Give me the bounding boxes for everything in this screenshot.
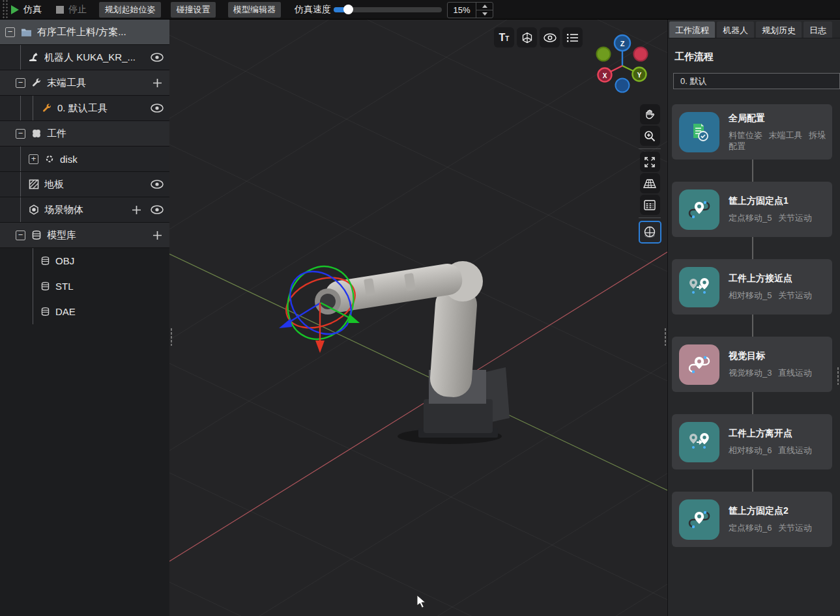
ground-grid-button[interactable]: [640, 173, 660, 193]
model-file-icon: [40, 281, 50, 291]
left-splitter-handle[interactable]: [170, 328, 173, 346]
model-file-icon: [40, 256, 50, 266]
workflow-select[interactable]: 0. 默认: [673, 73, 840, 89]
tab-log[interactable]: 日志: [804, 21, 832, 38]
orbit-view-button[interactable]: [639, 221, 661, 244]
tree-item-label: disk: [60, 154, 78, 165]
tree-item-robot[interactable]: 机器人 KUKA_KR_...: [0, 45, 169, 70]
expand-icon: [644, 156, 656, 168]
tree-guide: [20, 172, 21, 197]
fit-view-button[interactable]: [640, 152, 660, 172]
axis-z-handle[interactable]: Z: [615, 35, 630, 51]
tab-robot[interactable]: 机器人: [717, 21, 754, 38]
model-library-icon: [31, 230, 42, 240]
tree-guide: [20, 45, 21, 70]
svg-text:Z: Z: [620, 40, 625, 48]
slider-thumb[interactable]: [343, 5, 353, 14]
list-icon: [567, 33, 579, 42]
card-subtitle: 定点移动_5 关节运动: [729, 212, 812, 223]
collision-settings-button[interactable]: 碰撞设置: [171, 2, 216, 18]
flow-connector: [752, 237, 753, 259]
visibility-eye-icon[interactable]: [149, 205, 166, 214]
visibility-eye-icon[interactable]: [149, 53, 166, 62]
card-title: 视觉目标: [729, 350, 812, 362]
add-scene-object-button[interactable]: [128, 205, 145, 215]
tree-item-default-tool[interactable]: 0. 默认工具: [0, 96, 169, 121]
add-tool-button[interactable]: [149, 78, 166, 88]
tree-guide: [20, 197, 21, 222]
global-config-icon: [679, 112, 719, 152]
tree-item-project[interactable]: − 有序工件上料/方案...: [0, 20, 169, 45]
spinner-decrement-button[interactable]: [476, 10, 493, 18]
tree-item-end-tools[interactable]: − 末端工具: [0, 70, 169, 96]
workflow-card-approach-point[interactable]: 工件上方接近点 相对移动_5 关节运动: [672, 259, 832, 315]
viewport-3d[interactable]: TT Z: [169, 20, 667, 616]
spinner-increment-button[interactable]: [476, 3, 493, 10]
text-display-button[interactable]: TT: [494, 27, 514, 48]
tree-guide: [33, 248, 33, 273]
add-model-button[interactable]: [149, 231, 166, 240]
visibility-eye-icon[interactable]: [149, 104, 166, 113]
flow-connector: [752, 392, 753, 414]
cube-icon: [521, 32, 533, 44]
tree-item-model-library[interactable]: − 模型库: [0, 223, 169, 248]
sim-speed-value[interactable]: 15%: [448, 3, 476, 18]
sim-speed-label: 仿真速度: [295, 0, 331, 20]
toolbar-drag-handle[interactable]: [1, 0, 8, 20]
layers-list-button[interactable]: [640, 195, 660, 215]
tree-item-scene-objects[interactable]: 场景物体: [0, 197, 169, 223]
scene-tree-sidebar: − 有序工件上料/方案... 机器人 KUKA_KR_... − 末: [0, 20, 169, 616]
model-display-button[interactable]: [517, 27, 537, 48]
stop-simulation-button[interactable]: 停止: [56, 0, 87, 20]
workflow-card-depart-point[interactable]: 工件上方离开点 相对移动_6 直线运动: [672, 414, 832, 469]
collapse-icon[interactable]: −: [5, 27, 15, 37]
model-editor-button[interactable]: 模型编辑器: [228, 2, 281, 18]
hand-icon: [644, 109, 656, 120]
tree-item-stl[interactable]: STL: [0, 273, 169, 299]
panel-resize-handle[interactable]: [837, 367, 839, 385]
collapse-icon[interactable]: −: [16, 231, 25, 240]
workflow-panel: 工作流程 机器人 规划历史 日志 工作流程 0. 默认 全局配置 料筐位姿 末端…: [667, 20, 840, 616]
pan-tool-button[interactable]: [640, 104, 660, 124]
workflow-card-global-config[interactable]: 全局配置 料筐位姿 末端工具 拆垛配置: [672, 104, 832, 160]
axis-neg-y-handle[interactable]: [597, 48, 611, 61]
tab-workflow[interactable]: 工作流程: [669, 21, 715, 38]
tree-item-label: 0. 默认工具: [57, 102, 108, 115]
expand-icon[interactable]: +: [29, 154, 38, 164]
tree-item-dae[interactable]: DAE: [0, 299, 169, 324]
right-splitter-handle[interactable]: [664, 328, 667, 346]
robot-icon: [29, 52, 39, 63]
tree-item-workpieces[interactable]: − 工件: [0, 121, 169, 147]
workflow-card-fixed-point-1[interactable]: 筐上方固定点1 定点移动_5 关节运动: [672, 182, 832, 237]
tree-item-label: 有序工件上料/方案...: [37, 26, 126, 38]
axis-y-handle[interactable]: Y: [633, 68, 646, 81]
workflow-card-fixed-point-2[interactable]: 筐上方固定点2 定点移动_6 关节运动: [672, 492, 832, 547]
visibility-button[interactable]: [540, 27, 560, 48]
tree-item-disk[interactable]: + disk: [0, 147, 169, 172]
orientation-gizmo[interactable]: Z X Y: [587, 31, 658, 99]
card-subtitle: 相对移动_6 直线运动: [729, 445, 812, 456]
tree-guide: [20, 147, 21, 171]
run-simulation-button[interactable]: 仿真: [11, 0, 42, 20]
card-title: 筐上方固定点1: [729, 195, 812, 207]
visibility-eye-icon[interactable]: [149, 180, 166, 189]
svg-text:Y: Y: [637, 72, 642, 79]
workflow-card-vision-target[interactable]: 视觉目标 视觉移动_3 直线运动: [672, 337, 832, 392]
sim-speed-slider[interactable]: [334, 7, 442, 12]
zoom-tool-button[interactable]: [640, 126, 660, 146]
relative-move-icon: [679, 422, 719, 462]
tree-item-floor[interactable]: 地板: [0, 172, 169, 197]
list-view-button[interactable]: [562, 27, 583, 48]
collapse-icon[interactable]: −: [16, 78, 25, 88]
tool-wrench-icon: [42, 103, 52, 113]
tree-item-label: 机器人 KUKA_KR_...: [44, 51, 136, 64]
tab-plan-history[interactable]: 规划历史: [756, 21, 802, 38]
tree-item-obj[interactable]: OBJ: [0, 248, 169, 273]
collapse-icon[interactable]: −: [16, 129, 25, 139]
axis-neg-x-handle[interactable]: [634, 48, 648, 61]
axis-x-handle[interactable]: X: [598, 68, 612, 82]
down-arrow-icon: [482, 12, 487, 16]
plan-start-pose-button[interactable]: 规划起始位姿: [99, 2, 161, 18]
axis-neg-z-handle[interactable]: [616, 79, 630, 92]
card-subtitle: 视觉移动_3 直线运动: [729, 367, 812, 378]
